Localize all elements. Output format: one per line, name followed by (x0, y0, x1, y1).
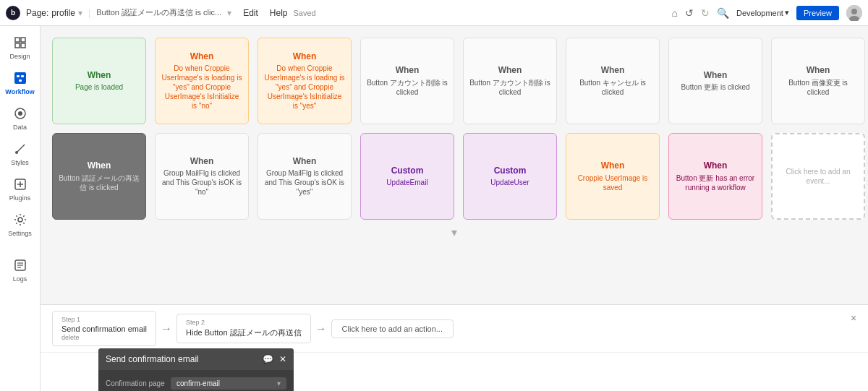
card-custom-update-email[interactable]: Custom UpdateEmail (360, 133, 454, 220)
main-content: When Page is loaded When Do when Croppie… (41, 26, 868, 391)
card-body: UpdateEmail (386, 178, 427, 187)
card-body: UpdateUser (490, 178, 529, 187)
page-label: Page: (26, 8, 48, 18)
card-btn-account-delete-2[interactable]: When Button アカウント削除 is clicked (463, 38, 557, 124)
card-croppie-loading-no[interactable]: When Do when Croppie UserImage's is load… (155, 38, 249, 124)
workflow-dropdown-icon[interactable]: ▾ (227, 8, 231, 18)
card-title: Custom (391, 166, 424, 177)
step-1-box[interactable]: Step 1 Send confirmation email delete (52, 311, 156, 346)
sidebar-item-settings[interactable]: Settings (2, 209, 38, 241)
page-name[interactable]: profile (51, 8, 75, 18)
styles-icon (14, 142, 27, 158)
card-btn-update-error[interactable]: When Button 更新 has an error running a wo… (668, 133, 762, 220)
menu-items: Edit Help (243, 8, 287, 18)
ap-title: Send confirmation email (106, 354, 199, 364)
card-title: When (396, 65, 420, 77)
step-1-title: Send confirmation email (61, 325, 147, 333)
home-icon[interactable]: ⌂ (672, 7, 678, 19)
bottom-panel-close[interactable]: × (848, 312, 859, 324)
settings-icon (14, 213, 27, 228)
card-btn-resend-clicked[interactable]: When Button 認証メールの再送信 is clicked (52, 133, 146, 220)
workflow-name[interactable]: Button 認証メールの再送信 is clic... (96, 7, 221, 18)
card-btn-image-change[interactable]: When Button 画像変更 is clicked (771, 38, 865, 124)
preview-button[interactable]: Preview (796, 6, 839, 20)
svg-rect-4 (21, 38, 25, 42)
step-2-title: Hide Button 認証メールの再送信 (186, 327, 302, 338)
card-body: Group MailFlg is clicked and This Group'… (264, 168, 345, 197)
card-body: Button 画像変更 is clicked (778, 78, 859, 97)
card-title: When (704, 160, 728, 172)
undo-icon[interactable]: ↺ (685, 7, 694, 19)
logs-icon (14, 259, 27, 274)
ap-confirmation-value[interactable]: confirm-email ▾ (171, 377, 286, 390)
saved-status: Saved (294, 9, 316, 17)
dev-dropdown-arrow: ▾ (785, 8, 789, 17)
card-croppie-loading-yes[interactable]: When Do when Croppie UserImage's is load… (258, 38, 352, 124)
sidebar-item-workflow[interactable]: Workflow (2, 67, 38, 100)
menu-edit[interactable]: Edit (243, 8, 258, 18)
sidebar-item-data[interactable]: Data (2, 103, 38, 135)
card-mailflg-yes[interactable]: When Group MailFlg is clicked and This G… (258, 133, 352, 220)
card-body: Button 更新 has an error running a workflo… (675, 173, 756, 192)
card-title: When (498, 65, 522, 77)
styles-label: Styles (11, 159, 29, 166)
card-add-event[interactable]: Click here to add an event... (771, 133, 865, 220)
card-title: When (807, 65, 830, 77)
card-btn-update-clicked[interactable]: When Button 更新 is clicked (668, 38, 762, 124)
menu-help[interactable]: Help (270, 8, 288, 18)
redo-icon[interactable]: ↻ (701, 7, 710, 19)
card-body: Button 認証メールの再送信 is clicked (59, 173, 140, 192)
svg-rect-6 (21, 43, 25, 48)
sidebar-item-logs[interactable]: Logs (2, 254, 38, 287)
card-mailflg-no[interactable]: When Group MailFlg is clicked and This G… (155, 133, 249, 220)
svg-rect-3 (15, 38, 20, 42)
step-1-delete[interactable]: delete (61, 334, 147, 341)
card-title: When (293, 51, 317, 63)
user-avatar[interactable] (846, 5, 862, 21)
plugins-icon (14, 178, 27, 193)
card-btn-cancel[interactable]: When Button キャンセル is clicked (566, 38, 660, 124)
card-body: Button アカウント削除 is clicked (367, 78, 448, 97)
plugins-label: Plugins (9, 194, 31, 202)
ap-body: Confirmation page confirm-email ▾ Only w… (98, 370, 294, 391)
ap-confirmation-dropdown-arrow: ▾ (277, 379, 281, 387)
page-dropdown-icon[interactable]: ▾ (78, 8, 82, 18)
ap-row-confirmation-page: Confirmation page confirm-email ▾ (106, 377, 286, 390)
ap-close-icon[interactable]: ✕ (279, 354, 286, 364)
sidebar-item-design[interactable]: Design (2, 32, 38, 64)
search-icon[interactable]: 🔍 (717, 7, 729, 19)
design-label: Design (9, 53, 30, 60)
card-title: When (293, 156, 317, 168)
card-body: Croppie UserImage is saved (572, 173, 653, 192)
card-title: When (88, 70, 111, 82)
card-title: When (190, 156, 214, 168)
scroll-down-indicator[interactable]: ▾ (451, 225, 457, 239)
svg-point-18 (18, 218, 22, 222)
card-body: Button アカウント削除 is clicked (469, 78, 550, 97)
svg-rect-8 (17, 75, 20, 77)
sidebar-item-styles[interactable]: Styles (2, 138, 38, 171)
logo: b (6, 6, 20, 20)
card-page-loaded[interactable]: When Page is loaded (52, 38, 146, 124)
card-body: Group MailFlg is clicked and This Group'… (161, 168, 242, 197)
card-btn-account-delete-1[interactable]: When Button アカウント削除 is clicked (360, 38, 454, 124)
data-icon (14, 107, 27, 122)
topbar-right: ⌂ ↺ ↻ 🔍 Development ▾ Preview (672, 5, 862, 21)
step-2-box[interactable]: Step 2 Hide Button 認証メールの再送信 (176, 314, 311, 343)
topbar: b Page: profile ▾ | Button 認証メールの再送信 is … (0, 0, 868, 26)
sidebar-item-plugins[interactable]: Plugins (2, 173, 38, 206)
data-label: Data (13, 124, 27, 131)
sidebar: Design Workflow Data Styles Plugins (0, 26, 41, 391)
canvas[interactable]: When Page is loaded When Do when Croppie… (41, 26, 868, 304)
ap-confirmation-text: confirm-email (176, 379, 220, 387)
card-body: Button 更新 is clicked (681, 82, 749, 92)
card-croppie-saved[interactable]: When Croppie UserImage is saved (566, 133, 660, 220)
add-action-button[interactable]: Click here to add an action... (331, 319, 454, 338)
action-panel: Send confirmation email 💬 ✕ Confirmation… (98, 348, 294, 391)
workflow-icon (14, 72, 27, 87)
card-title: When (704, 70, 728, 82)
card-custom-update-user[interactable]: Custom UpdateUser (463, 133, 557, 220)
ap-chat-icon[interactable]: 💬 (263, 354, 273, 364)
card-body: Click here to add an event... (778, 167, 858, 186)
dev-dropdown[interactable]: Development ▾ (736, 8, 789, 17)
